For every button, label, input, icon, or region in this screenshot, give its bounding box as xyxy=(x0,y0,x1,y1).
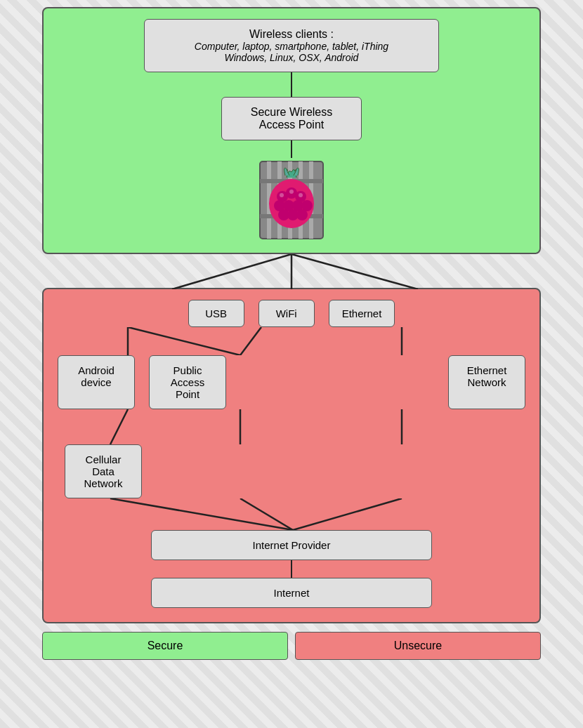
connector-provider-to-internet xyxy=(291,560,292,578)
second-device-row: Androiddevice PublicAccessPoint Ethernet… xyxy=(58,355,525,409)
secure-section: Wireless clients : Computer, laptop, sma… xyxy=(42,7,541,254)
mid-lines-area xyxy=(58,327,525,355)
secure-ap-box: Secure WirelessAccess Point xyxy=(221,97,362,140)
top-interface-row: USB WiFi Ethernet xyxy=(58,300,525,327)
ethernet-node: Ethernet xyxy=(329,300,395,327)
svg-point-21 xyxy=(299,193,303,197)
secure-ap-label: Secure WirelessAccess Point xyxy=(251,106,332,131)
android-device-node: Androiddevice xyxy=(58,355,135,409)
svg-line-34 xyxy=(293,498,402,530)
legend-unsecure: Unsecure xyxy=(295,632,541,660)
wireless-clients-title: Wireless clients : xyxy=(159,28,424,41)
svg-line-26 xyxy=(128,327,240,355)
connector-wc-to-ap xyxy=(291,72,292,97)
legend-secure: Secure xyxy=(42,632,288,660)
raspberry-pi-icon xyxy=(253,158,330,242)
internet-box: Internet xyxy=(151,578,432,608)
wireless-clients-line2: Computer, laptop, smartphone, tablet, iT… xyxy=(159,41,424,52)
svg-point-18 xyxy=(296,209,308,220)
svg-point-19 xyxy=(280,193,284,197)
wifi-node: WiFi xyxy=(258,300,315,327)
connector-ap-to-rpi xyxy=(291,140,292,158)
svg-line-22 xyxy=(172,254,292,289)
public-access-point-node: PublicAccessPoint xyxy=(149,355,226,409)
svg-line-24 xyxy=(292,254,418,289)
wireless-clients-box: Wireless clients : Computer, laptop, sma… xyxy=(144,19,439,72)
lower-lines-area xyxy=(58,409,525,444)
to-provider-lines-area xyxy=(58,498,525,530)
svg-point-20 xyxy=(289,190,294,194)
legend-row: Secure Unsecure xyxy=(42,632,541,660)
wireless-clients-line3: Windows, Linux, OSX, Android xyxy=(159,52,424,63)
internet-provider-box: Internet Provider xyxy=(151,530,432,560)
ethernet-network-node: EthernetNetwork xyxy=(448,355,525,409)
svg-line-27 xyxy=(240,327,261,355)
usb-node: USB xyxy=(188,300,244,327)
cellular-data-network-node: CellularDataNetwork xyxy=(65,444,142,498)
connection-lines-area xyxy=(42,254,541,289)
cellular-row: CellularDataNetwork xyxy=(58,444,525,498)
unsecure-section: USB WiFi Ethernet xyxy=(42,288,541,623)
svg-line-29 xyxy=(110,409,128,444)
